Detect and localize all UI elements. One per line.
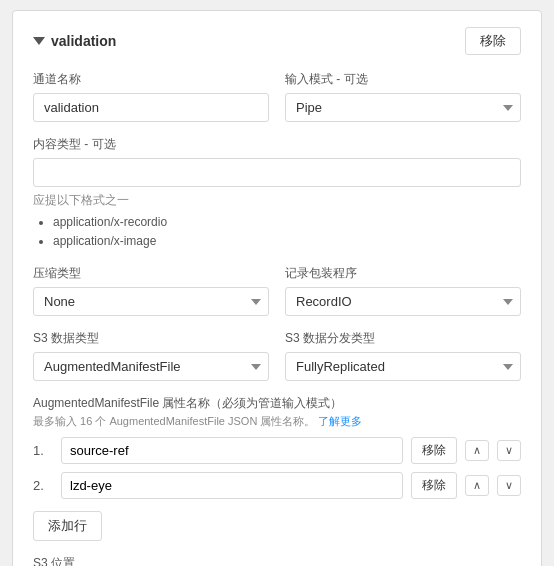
s3-data-type-label: S3 数据类型 bbox=[33, 330, 269, 347]
attr-up-btn-2[interactable]: ∧ bbox=[465, 475, 489, 496]
section-title: validation bbox=[33, 33, 116, 49]
content-type-label: 内容类型 - 可选 bbox=[33, 136, 521, 153]
compression-type-label: 压缩类型 bbox=[33, 265, 269, 282]
record-wrapper-label: 记录包装程序 bbox=[285, 265, 521, 282]
attr-learn-more-link[interactable]: 了解更多 bbox=[318, 415, 362, 427]
channel-name-input[interactable] bbox=[33, 93, 269, 122]
attr-down-btn-1[interactable]: ∨ bbox=[497, 440, 521, 461]
remove-channel-button[interactable]: 移除 bbox=[465, 27, 521, 55]
attr-row-2: 2. 移除 ∧ ∨ bbox=[33, 472, 521, 499]
attr-section: AugmentedManifestFile 属性名称（必须为管道输入模式） 最多… bbox=[33, 395, 521, 541]
s3-distribution-select-wrapper: FullyReplicated ShardedByS3Key bbox=[285, 352, 521, 381]
s3-data-type-select[interactable]: AugmentedManifestFile S3Prefix ManifestF… bbox=[33, 352, 269, 381]
s3-distribution-group: S3 数据分发类型 FullyReplicated ShardedByS3Key bbox=[285, 330, 521, 381]
add-row-button[interactable]: 添加行 bbox=[33, 511, 102, 541]
attr-input-2[interactable] bbox=[61, 472, 403, 499]
compression-type-select[interactable]: None Gzip bbox=[33, 287, 269, 316]
channel-name-label: 通道名称 bbox=[33, 71, 269, 88]
card-header: validation 移除 bbox=[33, 27, 521, 55]
s3-data-type-select-wrapper: AugmentedManifestFile S3Prefix ManifestF… bbox=[33, 352, 269, 381]
attr-hint: 最多输入 16 个 AugmentedManifestFile JSON 属性名… bbox=[33, 414, 521, 429]
format-1: application/x-recordio bbox=[53, 213, 521, 232]
channel-title: validation bbox=[51, 33, 116, 49]
format-2: application/x-image bbox=[53, 232, 521, 251]
content-type-section: 内容类型 - 可选 应提以下格式之一 application/x-recordi… bbox=[33, 136, 521, 251]
s3-location-section: S3 位置 ⚠ 输入具有 s3:// 前缀的有效 S3 URL。 bbox=[33, 555, 521, 566]
content-type-formats: application/x-recordio application/x-ima… bbox=[33, 213, 521, 251]
attr-row-1: 1. 移除 ∧ ∨ bbox=[33, 437, 521, 464]
input-mode-label: 输入模式 - 可选 bbox=[285, 71, 521, 88]
row-s3-type-dist: S3 数据类型 AugmentedManifestFile S3Prefix M… bbox=[33, 330, 521, 381]
attr-remove-btn-2[interactable]: 移除 bbox=[411, 472, 457, 499]
attr-input-1[interactable] bbox=[61, 437, 403, 464]
row-channel-input: 通道名称 输入模式 - 可选 Pipe File bbox=[33, 71, 521, 122]
attr-num-1: 1. bbox=[33, 443, 53, 458]
input-mode-group: 输入模式 - 可选 Pipe File bbox=[285, 71, 521, 122]
attr-hint-text: 最多输入 16 个 AugmentedManifestFile JSON 属性名… bbox=[33, 415, 315, 427]
input-mode-select-wrapper: Pipe File bbox=[285, 93, 521, 122]
s3-data-type-group: S3 数据类型 AugmentedManifestFile S3Prefix M… bbox=[33, 330, 269, 381]
attr-num-2: 2. bbox=[33, 478, 53, 493]
attr-label: AugmentedManifestFile 属性名称（必须为管道输入模式） bbox=[33, 395, 521, 412]
collapse-icon[interactable] bbox=[33, 37, 45, 45]
attr-down-btn-2[interactable]: ∨ bbox=[497, 475, 521, 496]
s3-distribution-select[interactable]: FullyReplicated ShardedByS3Key bbox=[285, 352, 521, 381]
row-compression-record: 压缩类型 None Gzip 记录包装程序 RecordIO None bbox=[33, 265, 521, 316]
record-wrapper-select[interactable]: RecordIO None bbox=[285, 287, 521, 316]
channel-card: validation 移除 通道名称 输入模式 - 可选 Pipe File 内… bbox=[12, 10, 542, 566]
input-mode-select[interactable]: Pipe File bbox=[285, 93, 521, 122]
s3-location-label: S3 位置 bbox=[33, 555, 521, 566]
compression-type-group: 压缩类型 None Gzip bbox=[33, 265, 269, 316]
attr-up-btn-1[interactable]: ∧ bbox=[465, 440, 489, 461]
s3-distribution-label: S3 数据分发类型 bbox=[285, 330, 521, 347]
record-wrapper-select-wrapper: RecordIO None bbox=[285, 287, 521, 316]
attr-remove-btn-1[interactable]: 移除 bbox=[411, 437, 457, 464]
compression-select-wrapper: None Gzip bbox=[33, 287, 269, 316]
content-type-input[interactable] bbox=[33, 158, 521, 187]
content-type-hint: 应提以下格式之一 bbox=[33, 192, 521, 209]
record-wrapper-group: 记录包装程序 RecordIO None bbox=[285, 265, 521, 316]
channel-name-group: 通道名称 bbox=[33, 71, 269, 122]
